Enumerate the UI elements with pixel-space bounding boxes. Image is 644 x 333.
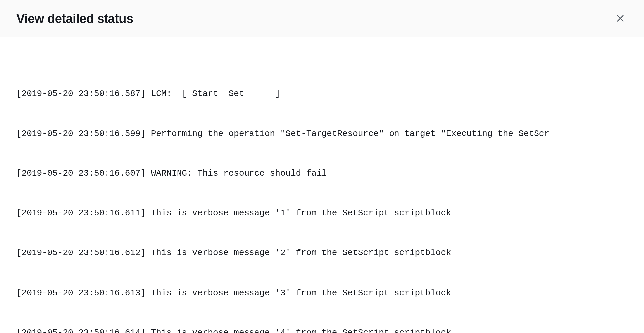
modal-body: [2019-05-20 23:50:16.587] LCM: [ Start S… (0, 37, 644, 333)
modal-title: View detailed status (16, 12, 133, 26)
log-line: [2019-05-20 23:50:16.614] This is verbos… (16, 326, 628, 333)
log-line: [2019-05-20 23:50:16.587] LCM: [ Start S… (16, 87, 628, 100)
detailed-status-modal: View detailed status [2019-05-20 23:50:1… (0, 0, 644, 333)
log-line: [2019-05-20 23:50:16.599] Performing the… (16, 127, 628, 140)
log-line: [2019-05-20 23:50:16.612] This is verbos… (16, 246, 628, 259)
close-button[interactable] (613, 11, 628, 27)
log-line: [2019-05-20 23:50:16.611] This is verbos… (16, 206, 628, 220)
log-output: [2019-05-20 23:50:16.587] LCM: [ Start S… (16, 61, 628, 333)
log-line: [2019-05-20 23:50:16.613] This is verbos… (16, 286, 628, 300)
modal-header: View detailed status (0, 0, 644, 37)
log-line: [2019-05-20 23:50:16.607] WARNING: This … (16, 167, 628, 180)
close-icon (616, 14, 625, 24)
